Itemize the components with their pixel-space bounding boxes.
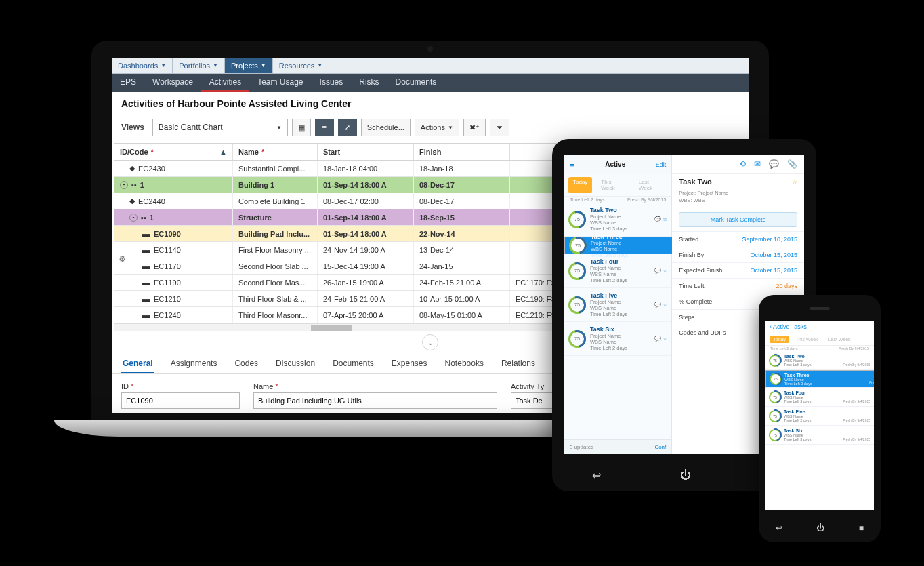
home-icon[interactable]: ⏻ bbox=[816, 523, 824, 533]
collapse-icon[interactable]: - bbox=[120, 181, 128, 189]
task-row[interactable]: 75Task TwoWBS NameTime Left 3 daysFresh … bbox=[765, 351, 874, 370]
phone-mini-summary: Time Left 2 daysFresh By 9/4/2015 bbox=[765, 346, 874, 351]
actions-button[interactable]: Actions▼ bbox=[415, 119, 459, 136]
col-finish[interactable]: Finish bbox=[414, 144, 510, 160]
topnav-item[interactable]: Resources ▼ bbox=[273, 58, 330, 73]
tool-chat-icon[interactable]: 💬 bbox=[769, 159, 779, 169]
detail-row[interactable]: Finish ByOctober 15, 2015 bbox=[672, 247, 804, 262]
chat-icon: 💬 bbox=[654, 268, 661, 274]
task-row[interactable]: 75Task FourProject NameWBS NameTime Left… bbox=[564, 254, 671, 288]
sort-asc-icon: ▲ bbox=[219, 148, 227, 156]
subnav-item[interactable]: Workspace bbox=[144, 74, 201, 92]
detail-tab[interactable]: Documents bbox=[331, 355, 375, 373]
subnav-item[interactable]: EPS bbox=[112, 74, 144, 92]
detail-row[interactable]: Time Left20 days bbox=[672, 278, 804, 294]
gantt-icon-button[interactable]: ≡ bbox=[315, 119, 334, 136]
chat-icon: 💬 bbox=[654, 216, 661, 222]
topnav-item[interactable]: Projects ▼ bbox=[225, 58, 273, 73]
id-input[interactable] bbox=[121, 392, 240, 409]
filter-chip[interactable]: Today bbox=[770, 336, 789, 343]
task-row[interactable]: 75Task SixWBS NameTime Left 3 daysFresh … bbox=[765, 426, 874, 445]
collapse-icon[interactable]: - bbox=[129, 214, 138, 222]
task-row[interactable]: 75Task FourWBS NameTime Left 3 daysFresh… bbox=[765, 388, 874, 407]
tool-refresh-icon[interactable]: ⟲ bbox=[739, 159, 746, 169]
camera-icon bbox=[427, 46, 433, 52]
tool-attach-icon[interactable]: 📎 bbox=[787, 159, 797, 169]
detail-toolbar: ⟲ ✉ 💬 📎 bbox=[672, 155, 804, 174]
group-icon: ▪▪ bbox=[131, 181, 137, 189]
subnav-item[interactable]: Team Usage bbox=[249, 74, 311, 92]
task-row[interactable]: 75Task TwoProject NameWBS NameTime Left … bbox=[564, 203, 671, 237]
detail-tab[interactable]: Expenses bbox=[390, 355, 429, 373]
chat-icon: 💬 bbox=[654, 302, 661, 308]
subnav-item[interactable]: Documents bbox=[387, 74, 445, 92]
grid-icon-button[interactable]: ▦ bbox=[292, 119, 311, 136]
back-icon[interactable]: ↩ bbox=[776, 523, 782, 533]
star-icon: ☆ bbox=[663, 336, 667, 342]
mark-complete-button[interactable]: Mark Task Complete bbox=[679, 212, 797, 227]
task-row[interactable]: 75Task FiveWBS NameTime Left 2 daysFresh… bbox=[765, 407, 874, 426]
settings-icon-button[interactable]: ✖⁺ bbox=[463, 119, 486, 136]
filter-chip[interactable]: This Week bbox=[793, 336, 822, 343]
group-icon: ▪▪ bbox=[141, 214, 146, 222]
detail-tab[interactable]: Notebooks bbox=[444, 355, 485, 373]
topnav-item[interactable]: Portfolios ▼ bbox=[173, 58, 225, 73]
subnav-item[interactable]: Risks bbox=[351, 74, 387, 92]
back-icon[interactable]: ↩ bbox=[592, 469, 601, 482]
task-row[interactable]: 75Task FiveProject NameWBS NameTime Left… bbox=[564, 288, 671, 322]
col-id[interactable]: ID/Code*▲ bbox=[114, 144, 233, 160]
activity-type-icon: ▬ bbox=[142, 310, 150, 320]
task-row[interactable]: 75Task ThreeWBS NameTime Left 2 daysFres… bbox=[765, 370, 874, 388]
filter-icon-button[interactable]: ⏷ bbox=[490, 119, 509, 136]
chevron-down-icon: ▼ bbox=[276, 125, 282, 131]
detail-subtitle: Project: Project Name WBS: WBS bbox=[672, 190, 804, 208]
progress-ring-icon: 75 bbox=[568, 211, 586, 228]
subnav-item[interactable]: Activities bbox=[201, 74, 249, 92]
subnav-item[interactable]: Issues bbox=[312, 74, 352, 92]
detail-row[interactable]: StartedSeptember 10, 2015 bbox=[672, 231, 804, 247]
progress-ring-icon: 75 bbox=[769, 410, 781, 422]
topnav-item[interactable]: Dashboards ▼ bbox=[112, 58, 173, 73]
footer-action[interactable]: Conf bbox=[654, 444, 666, 450]
progress-ring-icon: 75 bbox=[568, 296, 586, 314]
filter-chip[interactable]: Today bbox=[568, 177, 592, 193]
detail-row[interactable]: Expected FinishOctober 15, 2015 bbox=[672, 262, 804, 278]
col-start[interactable]: Start bbox=[318, 144, 414, 160]
task-row[interactable]: 75Task SixProject NameWBS NameTime Left … bbox=[564, 322, 671, 356]
star-icon: ☆ bbox=[663, 216, 667, 222]
views-label: Views bbox=[121, 123, 144, 132]
activity-type-icon: ▬ bbox=[142, 294, 150, 304]
name-input[interactable] bbox=[253, 392, 497, 409]
task-list-panel: ≡ Active Edit TodayThis WeekLast Week Ti… bbox=[564, 155, 672, 454]
detail-tab[interactable]: Relations bbox=[500, 355, 537, 373]
gear-icon[interactable]: ⚙ bbox=[119, 254, 126, 264]
home-icon[interactable]: ⏻ bbox=[680, 469, 691, 482]
filter-chip[interactable]: This Week bbox=[596, 177, 629, 193]
detail-tab[interactable]: Assignments bbox=[169, 355, 219, 373]
detail-tab[interactable]: Discussion bbox=[274, 355, 316, 373]
schedule-button[interactable]: Schedule... bbox=[361, 119, 411, 136]
view-selector[interactable]: Basic Gantt Chart ▼ bbox=[152, 119, 288, 136]
recent-icon[interactable]: ■ bbox=[859, 523, 864, 533]
menu-icon[interactable]: ≡ bbox=[570, 159, 575, 169]
updates-count: 3 updates bbox=[570, 444, 593, 450]
progress-ring-icon: 75 bbox=[769, 355, 781, 367]
phone-header[interactable]: ‹ Active Tasks bbox=[765, 321, 874, 333]
tool-mail-icon[interactable]: ✉ bbox=[754, 159, 761, 169]
detail-tab[interactable]: Codes bbox=[233, 355, 259, 373]
progress-ring-icon: 75 bbox=[568, 262, 586, 280]
filter-chip[interactable]: Last Week bbox=[825, 336, 854, 343]
col-name[interactable]: Name* bbox=[233, 144, 318, 160]
phone-device: ‹ Active Tasks TodayThis WeekLast Week T… bbox=[759, 295, 881, 542]
progress-ring-icon: 75 bbox=[770, 373, 782, 385]
phone-hw-buttons: ↩ ⏻ ■ bbox=[759, 523, 881, 533]
phone-app: ‹ Active Tasks TodayThis WeekLast Week T… bbox=[765, 321, 874, 510]
detail-task-title: Task Two bbox=[679, 178, 712, 186]
edit-button[interactable]: Edit bbox=[656, 161, 667, 168]
star-icon[interactable]: ☆ bbox=[792, 178, 797, 185]
collapse-panel-button[interactable]: ⌄ bbox=[422, 334, 438, 350]
detail-tab[interactable]: General bbox=[121, 355, 154, 373]
filter-chip[interactable]: Last Week bbox=[634, 177, 667, 193]
activity-type-icon: ◆ bbox=[129, 164, 135, 173]
expand-icon-button[interactable]: ⤢ bbox=[338, 119, 357, 136]
